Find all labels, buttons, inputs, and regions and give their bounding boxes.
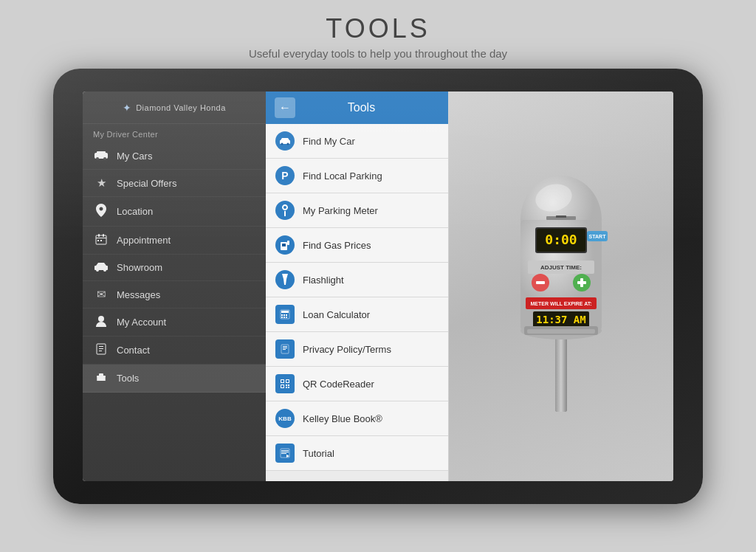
sidebar-item-label-my-cars: My Cars bbox=[117, 151, 152, 162]
page-subtitle: Useful everyday tools to help you throug… bbox=[0, 47, 756, 60]
svg-rect-9 bbox=[100, 240, 102, 241]
sidebar-item-showroom[interactable]: Showroom bbox=[83, 255, 266, 281]
qr-codereader-label: QR CodeReader bbox=[303, 379, 374, 390]
sidebar-item-my-account[interactable]: My Account bbox=[83, 308, 266, 337]
sidebar-item-label-messages: Messages bbox=[117, 289, 160, 300]
parking-meter-illustration: 0:00 START ADJUST TIME: METER WILL EXPIR… bbox=[495, 161, 628, 412]
find-gas-prices-label: Find Gas Prices bbox=[303, 240, 371, 251]
svg-text:ADJUST TIME:: ADJUST TIME: bbox=[540, 264, 582, 271]
svg-point-2 bbox=[96, 157, 99, 160]
svg-rect-36 bbox=[286, 317, 287, 318]
svg-rect-73 bbox=[580, 278, 583, 287]
sidebar-item-my-cars[interactable]: My Cars bbox=[83, 143, 266, 170]
sidebar-item-label-showroom: Showroom bbox=[117, 262, 162, 273]
sidebar-item-location[interactable]: Location bbox=[83, 197, 266, 227]
tool-item-find-gas-prices[interactable]: Find Gas Prices bbox=[266, 228, 448, 263]
location-icon bbox=[93, 204, 109, 219]
svg-rect-1 bbox=[97, 151, 106, 155]
tool-item-my-parking-meter[interactable]: My Parking Meter bbox=[266, 193, 448, 228]
svg-rect-50 bbox=[288, 387, 289, 388]
tool-item-flashlight[interactable]: Flashlight bbox=[266, 263, 448, 297]
sidebar-item-label-special-offers: Special Offers bbox=[117, 178, 176, 189]
tool-item-find-local-parking[interactable]: P Find Local Parking bbox=[266, 159, 448, 193]
sidebar-item-appointment[interactable]: Appointment bbox=[83, 227, 266, 255]
svg-text:0:00: 0:00 bbox=[545, 232, 577, 247]
svg-text:11:37 AM: 11:37 AM bbox=[536, 314, 585, 325]
brand-icon: ✦ bbox=[123, 102, 131, 114]
appointment-icon bbox=[93, 233, 109, 247]
svg-rect-49 bbox=[286, 387, 287, 388]
svg-rect-15 bbox=[99, 346, 103, 347]
privacy-policy-label: Privacy Policy/Terms bbox=[303, 344, 391, 355]
svg-rect-5 bbox=[96, 238, 106, 238]
svg-rect-47 bbox=[286, 384, 287, 386]
my-parking-meter-icon bbox=[275, 200, 295, 221]
sidebar-brand: ✦ Diamond Valley Honda bbox=[83, 92, 266, 124]
back-button[interactable]: ← bbox=[275, 97, 295, 118]
showroom-icon bbox=[93, 261, 109, 274]
svg-rect-70 bbox=[536, 281, 545, 284]
page-header: TOOLS Useful everyday tools to help you … bbox=[0, 0, 756, 69]
contact-icon bbox=[93, 343, 109, 357]
svg-rect-38 bbox=[283, 346, 287, 347]
find-gas-prices-icon bbox=[275, 235, 295, 255]
find-my-car-icon bbox=[275, 131, 295, 151]
svg-rect-81 bbox=[527, 329, 595, 334]
brand-name: Diamond Valley Honda bbox=[136, 103, 226, 112]
svg-rect-39 bbox=[283, 348, 287, 348]
loan-calculator-label: Loan Calculator bbox=[303, 309, 370, 320]
tool-item-privacy-policy[interactable]: Privacy Policy/Terms bbox=[266, 332, 448, 367]
svg-rect-40 bbox=[283, 349, 286, 350]
svg-rect-21 bbox=[97, 379, 106, 381]
sidebar-item-tools[interactable]: Tools bbox=[83, 365, 266, 393]
my-parking-meter-label: My Parking Meter bbox=[303, 205, 378, 216]
find-my-car-label: Find My Car bbox=[303, 136, 355, 147]
svg-rect-6 bbox=[98, 234, 100, 237]
svg-rect-16 bbox=[99, 348, 103, 349]
svg-rect-17 bbox=[99, 351, 102, 351]
svg-rect-35 bbox=[284, 317, 285, 318]
svg-point-23 bbox=[281, 143, 284, 145]
tool-item-loan-calculator[interactable]: Loan Calculator bbox=[266, 297, 448, 332]
svg-rect-7 bbox=[103, 234, 104, 237]
sidebar-item-special-offers[interactable]: ★ Special Offers bbox=[83, 170, 266, 197]
svg-rect-26 bbox=[282, 244, 286, 246]
tablet-device: ✦ Diamond Valley Honda My Driver Center … bbox=[53, 69, 703, 504]
sidebar-item-contact[interactable]: Contact bbox=[83, 337, 266, 365]
tools-panel: ← Tools Find My Car P bbox=[266, 92, 449, 481]
svg-rect-53 bbox=[281, 452, 289, 452]
svg-rect-34 bbox=[281, 317, 283, 318]
svg-rect-32 bbox=[284, 314, 285, 316]
sidebar-item-label-contact: Contact bbox=[117, 345, 150, 356]
find-local-parking-label: Find Local Parking bbox=[303, 170, 382, 182]
privacy-policy-icon bbox=[275, 339, 295, 359]
svg-point-11 bbox=[96, 269, 99, 272]
tool-item-qr-codereader[interactable]: QR CodeReader bbox=[266, 367, 448, 401]
my-account-icon bbox=[93, 315, 109, 329]
meter-panel: 0:00 START ADJUST TIME: METER WILL EXPIR… bbox=[449, 92, 673, 481]
tool-item-kelley-blue-book[interactable]: KBB Kelley Blue Book® bbox=[266, 401, 448, 436]
svg-rect-52 bbox=[281, 450, 289, 451]
svg-rect-19 bbox=[99, 373, 103, 376]
tablet-screen: ✦ Diamond Valley Honda My Driver Center … bbox=[83, 92, 673, 481]
sidebar-item-label-appointment: Appointment bbox=[117, 235, 171, 246]
page-title: TOOLS bbox=[0, 13, 756, 44]
flashlight-label: Flashlight bbox=[303, 275, 344, 286]
kelley-blue-book-label: Kelley Blue Book® bbox=[303, 413, 382, 424]
svg-text:METER WILL EXPIRE AT:: METER WILL EXPIRE AT: bbox=[530, 301, 591, 306]
svg-rect-31 bbox=[281, 314, 283, 316]
tools-list: Find My Car P Find Local Parking bbox=[266, 124, 448, 481]
tool-item-tutorial[interactable]: Tutorial bbox=[266, 436, 448, 471]
svg-text:START: START bbox=[589, 234, 607, 239]
my-cars-icon bbox=[93, 150, 109, 162]
svg-rect-42 bbox=[281, 380, 284, 382]
svg-rect-44 bbox=[286, 380, 289, 382]
svg-rect-79 bbox=[556, 215, 566, 218]
svg-rect-54 bbox=[281, 453, 286, 454]
svg-point-3 bbox=[103, 157, 106, 160]
sidebar-item-messages[interactable]: ✉ Messages bbox=[83, 281, 266, 308]
driver-center-label: My Driver Center bbox=[83, 124, 266, 143]
sidebar-item-label-my-account: My Account bbox=[117, 317, 166, 328]
sidebar: ✦ Diamond Valley Honda My Driver Center … bbox=[83, 92, 266, 481]
tool-item-find-my-car[interactable]: Find My Car bbox=[266, 124, 448, 159]
